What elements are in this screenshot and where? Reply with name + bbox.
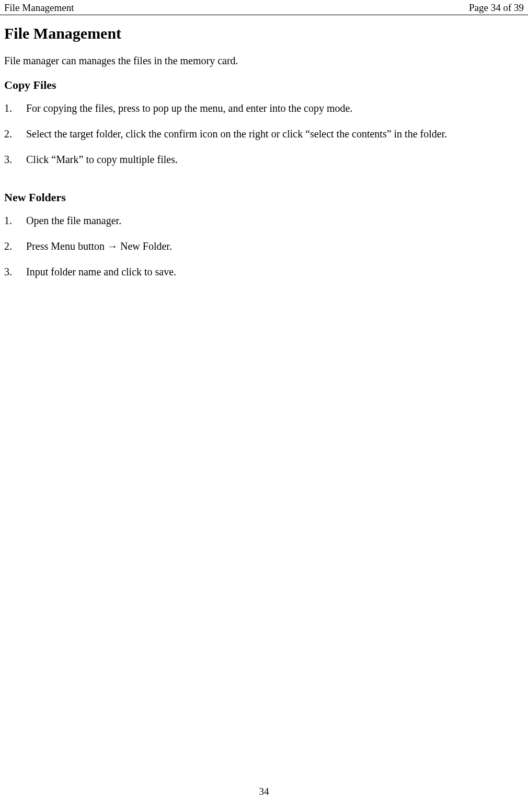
list-item: For copying the files, press to pop up t… bbox=[4, 101, 524, 115]
new-folders-list: Open the file manager. Press Menu button… bbox=[4, 214, 524, 279]
page-content: File Management File manager can manages… bbox=[0, 15, 528, 279]
header-page-indicator: Page 34 of 39 bbox=[469, 2, 524, 14]
section-copy-files-title: Copy Files bbox=[4, 78, 524, 92]
list-item: Open the file manager. bbox=[4, 214, 524, 228]
header-title: File Management bbox=[4, 2, 74, 14]
list-item: Input folder name and click to save. bbox=[4, 265, 524, 279]
section-new-folders-title: New Folders bbox=[4, 191, 524, 204]
list-item: Select the target folder, click the conf… bbox=[4, 127, 524, 141]
list-item: Press Menu button → New Folder. bbox=[4, 239, 524, 253]
intro-paragraph: File manager can manages the files in th… bbox=[4, 55, 524, 67]
page-title: File Management bbox=[4, 25, 524, 42]
list-item: Click “Mark” to copy multiple files. bbox=[4, 153, 524, 167]
copy-files-list: For copying the files, press to pop up t… bbox=[4, 101, 524, 167]
footer-page-number: 34 bbox=[0, 786, 528, 797]
page-header: File Management Page 34 of 39 bbox=[0, 0, 528, 15]
